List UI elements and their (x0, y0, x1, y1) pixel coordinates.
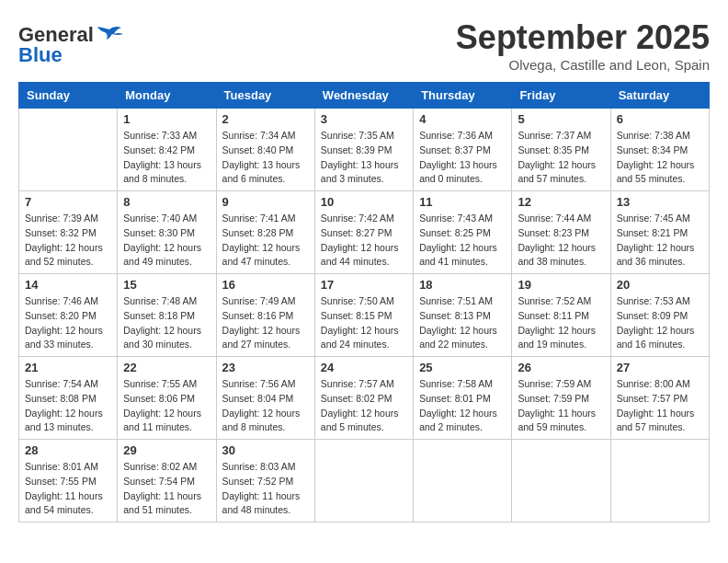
day-info: Sunrise: 7:41 AM Sunset: 8:28 PM Dayligh… (222, 212, 309, 270)
calendar-cell: 2Sunrise: 7:34 AM Sunset: 8:40 PM Daylig… (216, 109, 314, 191)
day-number: 13 (617, 195, 703, 209)
day-info: Sunrise: 8:01 AM Sunset: 7:55 PM Dayligh… (25, 460, 111, 518)
day-number: 6 (617, 112, 703, 126)
day-number: 10 (321, 195, 407, 209)
calendar-cell: 22Sunrise: 7:55 AM Sunset: 8:06 PM Dayli… (118, 357, 216, 440)
day-info: Sunrise: 7:35 AM Sunset: 8:39 PM Dayligh… (321, 129, 407, 187)
day-info: Sunrise: 8:02 AM Sunset: 7:54 PM Dayligh… (123, 460, 210, 518)
calendar-cell: 1Sunrise: 7:33 AM Sunset: 8:42 PM Daylig… (118, 109, 216, 191)
day-info: Sunrise: 7:33 AM Sunset: 8:42 PM Dayligh… (123, 129, 210, 187)
day-header-wednesday: Wednesday (314, 83, 413, 109)
calendar-week-3: 14Sunrise: 7:46 AM Sunset: 8:20 PM Dayli… (19, 274, 710, 357)
calendar-cell: 9Sunrise: 7:41 AM Sunset: 8:28 PM Daylig… (216, 191, 314, 274)
day-info: Sunrise: 7:57 AM Sunset: 8:02 PM Dayligh… (321, 377, 407, 435)
calendar-cell: 28Sunrise: 8:01 AM Sunset: 7:55 PM Dayli… (19, 440, 118, 523)
calendar-week-2: 7Sunrise: 7:39 AM Sunset: 8:32 PM Daylig… (19, 191, 710, 274)
calendar-cell: 14Sunrise: 7:46 AM Sunset: 8:20 PM Dayli… (19, 274, 118, 357)
day-info: Sunrise: 7:38 AM Sunset: 8:34 PM Dayligh… (617, 129, 703, 187)
day-header-tuesday: Tuesday (216, 83, 314, 109)
logo-blue: Blue (18, 43, 63, 67)
day-number: 18 (419, 278, 506, 292)
day-header-thursday: Thursday (414, 83, 512, 109)
day-number: 12 (518, 195, 604, 209)
calendar-cell: 6Sunrise: 7:38 AM Sunset: 8:34 PM Daylig… (610, 109, 709, 191)
day-header-friday: Friday (512, 83, 610, 109)
day-number: 9 (222, 195, 309, 209)
day-number: 7 (25, 195, 111, 209)
calendar-cell (19, 109, 118, 191)
day-info: Sunrise: 7:34 AM Sunset: 8:40 PM Dayligh… (222, 129, 309, 187)
calendar-cell: 21Sunrise: 7:54 AM Sunset: 8:08 PM Dayli… (19, 357, 118, 440)
day-header-saturday: Saturday (610, 83, 709, 109)
calendar-week-4: 21Sunrise: 7:54 AM Sunset: 8:08 PM Dayli… (19, 357, 710, 440)
calendar-header: SundayMondayTuesdayWednesdayThursdayFrid… (19, 83, 710, 109)
calendar-cell: 13Sunrise: 7:45 AM Sunset: 8:21 PM Dayli… (610, 191, 709, 274)
day-info: Sunrise: 7:42 AM Sunset: 8:27 PM Dayligh… (321, 212, 407, 270)
day-info: Sunrise: 7:37 AM Sunset: 8:35 PM Dayligh… (518, 129, 604, 187)
day-info: Sunrise: 7:52 AM Sunset: 8:11 PM Dayligh… (518, 294, 604, 352)
day-number: 4 (419, 112, 506, 126)
day-info: Sunrise: 7:59 AM Sunset: 7:59 PM Dayligh… (518, 377, 604, 435)
day-info: Sunrise: 7:36 AM Sunset: 8:37 PM Dayligh… (419, 129, 506, 187)
day-number: 19 (518, 278, 604, 292)
calendar-cell: 7Sunrise: 7:39 AM Sunset: 8:32 PM Daylig… (19, 191, 118, 274)
calendar-cell: 25Sunrise: 7:58 AM Sunset: 8:01 PM Dayli… (414, 357, 512, 440)
day-number: 20 (617, 278, 703, 292)
day-number: 29 (123, 443, 210, 457)
calendar-cell: 3Sunrise: 7:35 AM Sunset: 8:39 PM Daylig… (314, 109, 413, 191)
day-info: Sunrise: 7:44 AM Sunset: 8:23 PM Dayligh… (518, 212, 604, 270)
day-number: 2 (222, 112, 309, 126)
header: General Blue September 2025 Olvega, Cast… (18, 18, 710, 73)
calendar-cell: 5Sunrise: 7:37 AM Sunset: 8:35 PM Daylig… (512, 109, 610, 191)
calendar-cell: 29Sunrise: 8:02 AM Sunset: 7:54 PM Dayli… (118, 440, 216, 523)
day-number: 3 (321, 112, 407, 126)
calendar-cell (512, 440, 610, 523)
location-subtitle: Olvega, Castille and Leon, Spain (456, 57, 710, 73)
calendar-week-5: 28Sunrise: 8:01 AM Sunset: 7:55 PM Dayli… (19, 440, 710, 523)
day-number: 15 (123, 278, 210, 292)
calendar-week-1: 1Sunrise: 7:33 AM Sunset: 8:42 PM Daylig… (19, 109, 710, 191)
day-number: 27 (617, 361, 703, 374)
logo: General Blue (18, 23, 123, 67)
calendar-cell: 24Sunrise: 7:57 AM Sunset: 8:02 PM Dayli… (314, 357, 413, 440)
day-info: Sunrise: 7:40 AM Sunset: 8:30 PM Dayligh… (123, 212, 210, 270)
calendar-cell: 11Sunrise: 7:43 AM Sunset: 8:25 PM Dayli… (414, 191, 512, 274)
calendar-cell: 15Sunrise: 7:48 AM Sunset: 8:18 PM Dayli… (118, 274, 216, 357)
day-info: Sunrise: 7:53 AM Sunset: 8:09 PM Dayligh… (617, 294, 703, 352)
month-title: September 2025 (456, 18, 710, 57)
day-info: Sunrise: 7:54 AM Sunset: 8:08 PM Dayligh… (25, 377, 111, 435)
calendar-cell: 30Sunrise: 8:03 AM Sunset: 7:52 PM Dayli… (216, 440, 314, 523)
calendar-cell: 19Sunrise: 7:52 AM Sunset: 8:11 PM Dayli… (512, 274, 610, 357)
day-number: 24 (321, 361, 407, 374)
day-info: Sunrise: 8:00 AM Sunset: 7:57 PM Dayligh… (617, 377, 703, 435)
calendar-cell: 26Sunrise: 7:59 AM Sunset: 7:59 PM Dayli… (512, 357, 610, 440)
day-info: Sunrise: 7:45 AM Sunset: 8:21 PM Dayligh… (617, 212, 703, 270)
day-number: 28 (25, 443, 111, 457)
day-number: 23 (222, 361, 309, 374)
day-number: 21 (25, 361, 111, 374)
calendar-cell: 27Sunrise: 8:00 AM Sunset: 7:57 PM Dayli… (610, 357, 709, 440)
day-number: 17 (321, 278, 407, 292)
day-info: Sunrise: 7:55 AM Sunset: 8:06 PM Dayligh… (123, 377, 210, 435)
calendar-cell: 8Sunrise: 7:40 AM Sunset: 8:30 PM Daylig… (118, 191, 216, 274)
day-number: 14 (25, 278, 111, 292)
calendar-cell: 18Sunrise: 7:51 AM Sunset: 8:13 PM Dayli… (414, 274, 512, 357)
header-row: SundayMondayTuesdayWednesdayThursdayFrid… (19, 83, 710, 109)
day-number: 5 (518, 112, 604, 126)
day-header-monday: Monday (118, 83, 216, 109)
calendar-body: 1Sunrise: 7:33 AM Sunset: 8:42 PM Daylig… (19, 109, 710, 523)
day-header-sunday: Sunday (19, 83, 118, 109)
calendar-cell: 4Sunrise: 7:36 AM Sunset: 8:37 PM Daylig… (414, 109, 512, 191)
day-info: Sunrise: 7:39 AM Sunset: 8:32 PM Dayligh… (25, 212, 111, 270)
calendar-cell: 12Sunrise: 7:44 AM Sunset: 8:23 PM Dayli… (512, 191, 610, 274)
day-info: Sunrise: 7:49 AM Sunset: 8:16 PM Dayligh… (222, 294, 309, 352)
title-area: September 2025 Olvega, Castille and Leon… (456, 18, 710, 73)
day-number: 22 (123, 361, 210, 374)
day-info: Sunrise: 7:46 AM Sunset: 8:20 PM Dayligh… (25, 294, 111, 352)
calendar-cell: 23Sunrise: 7:56 AM Sunset: 8:04 PM Dayli… (216, 357, 314, 440)
day-number: 25 (419, 361, 506, 374)
day-number: 30 (222, 443, 309, 457)
day-info: Sunrise: 7:50 AM Sunset: 8:15 PM Dayligh… (321, 294, 407, 352)
calendar-cell (414, 440, 512, 523)
day-info: Sunrise: 7:51 AM Sunset: 8:13 PM Dayligh… (419, 294, 506, 352)
